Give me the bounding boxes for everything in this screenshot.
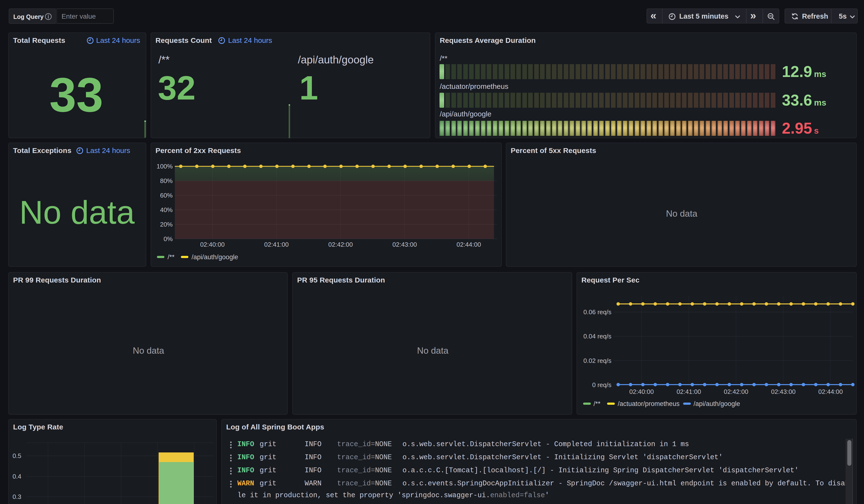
svg-text:40%: 40%: [160, 206, 173, 214]
svg-text:02:43:00: 02:43:00: [392, 241, 417, 248]
svg-text:02:42:00: 02:42:00: [724, 388, 748, 395]
svg-text:/actuator/prometheus: /actuator/prometheus: [618, 400, 680, 407]
svg-text:02:44:00: 02:44:00: [818, 388, 843, 395]
svg-text:0.02 req/s: 0.02 req/s: [583, 357, 611, 364]
svg-text:/api/auth/google: /api/auth/google: [694, 400, 740, 407]
svg-text:02:41:00: 02:41:00: [676, 388, 701, 395]
svg-text:0%: 0%: [164, 235, 173, 242]
svg-text:02:40:00: 02:40:00: [629, 388, 654, 395]
svg-text:0.5: 0.5: [13, 452, 21, 459]
svg-text:0.3: 0.3: [13, 493, 21, 500]
svg-text:/api/auth/google: /api/auth/google: [192, 253, 238, 261]
svg-text:02:41:00: 02:41:00: [264, 241, 289, 248]
svg-text:/**: /**: [593, 400, 601, 407]
svg-text:100%: 100%: [157, 163, 173, 170]
svg-text:0.4: 0.4: [13, 473, 21, 480]
svg-text:02:43:00: 02:43:00: [771, 388, 795, 395]
svg-text:0 req/s: 0 req/s: [592, 381, 612, 388]
svg-text:80%: 80%: [160, 177, 173, 184]
svg-text:0.04 req/s: 0.04 req/s: [583, 333, 611, 340]
svg-text:02:42:00: 02:42:00: [328, 241, 353, 248]
svg-text:/**: /**: [168, 253, 175, 261]
svg-text:60%: 60%: [160, 192, 173, 199]
svg-text:02:44:00: 02:44:00: [456, 241, 481, 248]
svg-text:02:40:00: 02:40:00: [200, 241, 225, 248]
svg-text:0.06 req/s: 0.06 req/s: [583, 309, 611, 316]
svg-text:20%: 20%: [160, 221, 173, 228]
